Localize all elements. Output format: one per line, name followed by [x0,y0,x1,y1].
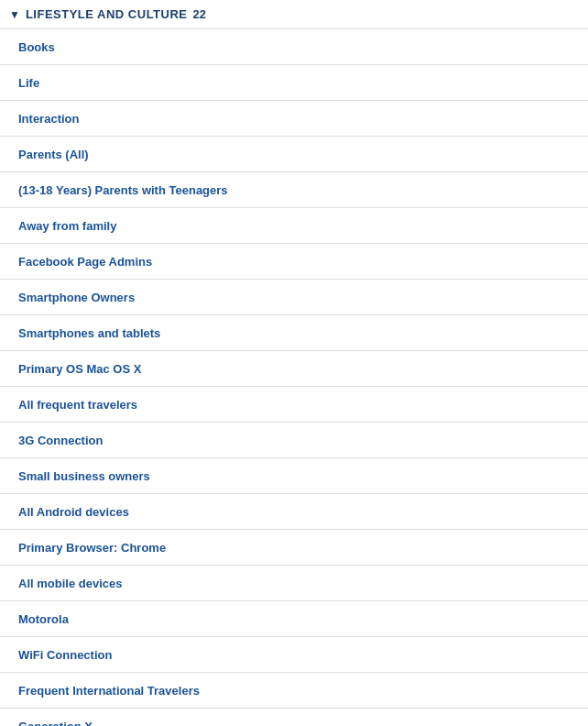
list-item[interactable]: Primary Browser: Chrome [0,530,588,566]
list-item[interactable]: Away from family [0,208,588,244]
list-item-label: Primary Browser: Chrome [18,541,166,555]
section-count: 22 [193,7,206,21]
list-item[interactable]: All Android devices [0,494,588,530]
section-header[interactable]: ▼ LIFESTYLE AND CULTURE 22 [0,0,588,29]
list-item[interactable]: Smartphones and tablets [0,315,588,351]
list-item-label: Books [18,40,55,54]
list-item-label: All mobile devices [18,577,122,590]
list-item-label: Primary OS Mac OS X [18,362,141,376]
list-item[interactable]: Generation X [0,709,588,726]
list-item[interactable]: Interaction [0,101,588,137]
list-item-label: Generation X [18,720,93,726]
items-list: BooksLifeInteractionParents (All)(13-18 … [0,29,588,726]
list-item-label: Small business owners [18,469,150,483]
list-item[interactable]: Primary OS Mac OS X [0,351,588,387]
list-item[interactable]: Smartphone Owners [0,280,588,315]
list-item[interactable]: Frequent International Travelers [0,673,588,709]
toggle-icon[interactable]: ▼ [9,8,20,21]
list-item-label: Frequent International Travelers [18,684,200,698]
list-item[interactable]: Life [0,65,588,101]
list-item[interactable]: Motorola [0,601,588,637]
list-item-label: 3G Connection [18,434,103,447]
list-item-label: (13-18 Years) Parents with Teenagers [18,183,228,197]
list-item[interactable]: 3G Connection [0,423,588,458]
list-item-label: Parents (All) [18,148,89,161]
list-item-label: Motorola [18,612,69,626]
list-item-label: All frequent travelers [18,398,137,412]
list-item-label: Life [18,76,39,90]
list-item-label: Interaction [18,112,79,126]
list-item-label: Away from family [18,219,116,233]
list-item-label: Smartphone Owners [18,291,135,304]
list-item[interactable]: All mobile devices [0,566,588,601]
list-item-label: Smartphones and tablets [18,326,160,340]
list-item[interactable]: Small business owners [0,458,588,494]
list-item[interactable]: Books [0,29,588,65]
list-item[interactable]: WiFi Connection [0,637,588,673]
list-item[interactable]: All frequent travelers [0,387,588,423]
list-item-label: All Android devices [18,505,129,519]
list-item-label: Facebook Page Admins [18,255,152,269]
list-item[interactable]: Parents (All) [0,137,588,172]
list-item[interactable]: Facebook Page Admins [0,244,588,280]
section-title: LIFESTYLE AND CULTURE [26,7,188,21]
list-item[interactable]: (13-18 Years) Parents with Teenagers [0,172,588,208]
list-item-label: WiFi Connection [18,648,112,662]
